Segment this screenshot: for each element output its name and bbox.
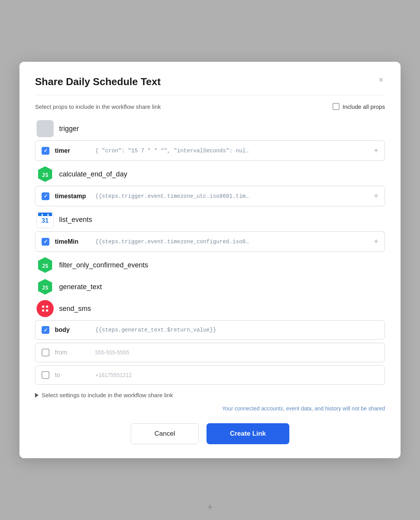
- create-link-button[interactable]: Create Link: [206, 423, 289, 444]
- svg-rect-6: [42, 214, 43, 216]
- prop-value-from: 555-555-5555: [95, 349, 378, 356]
- footer-buttons: Cancel Create Link: [35, 423, 385, 444]
- svg-point-14: [46, 305, 48, 308]
- prop-value-timer: { "cron": "15 7 * * *", "intervalSeconds…: [95, 148, 365, 154]
- step-filter-name: filter_only_confirmed_events: [59, 261, 148, 269]
- calculate-icon: JS: [37, 166, 54, 183]
- step-send-sms-header: send_sms: [35, 300, 385, 317]
- step-trigger-name: trigger: [59, 125, 79, 133]
- settings-text: Select settings to include in the workfl…: [42, 392, 173, 398]
- prop-plus-timestamp[interactable]: +: [374, 192, 378, 201]
- prop-row-timemin[interactable]: ✓ timeMin {{steps.trigger.event.timezone…: [35, 231, 385, 252]
- step-calculate-name: calculate_end_of_day: [59, 170, 127, 178]
- prop-value-to: +16175551212: [95, 372, 378, 378]
- prop-name-timer: timer: [55, 147, 90, 154]
- prop-checkbox-timemin[interactable]: ✓: [42, 238, 49, 246]
- prop-value-timestamp: {{steps.trigger.event.timezone_utc.iso86…: [95, 193, 365, 199]
- prop-value-body: {{steps.generate_text.$return_value}}: [95, 327, 378, 333]
- settings-row[interactable]: Select settings to include in the workfl…: [35, 392, 385, 398]
- prop-row-to[interactable]: to +16175551212: [35, 365, 385, 385]
- step-generate-name: generate_text: [59, 283, 102, 291]
- step-calculate-header: JS calculate_end_of_day: [35, 166, 385, 183]
- modal-title: Share Daily Schedule Text: [35, 76, 161, 88]
- checkmark-timemin: ✓: [44, 239, 48, 244]
- subheader-row: Select props to include in the workflow …: [35, 103, 385, 110]
- generate-icon: JS: [37, 278, 54, 295]
- prop-checkbox-from[interactable]: [42, 349, 49, 356]
- svg-rect-4: [38, 215, 52, 216]
- svg-text:31: 31: [42, 217, 49, 224]
- prop-row-from[interactable]: from 555-555-5555: [35, 343, 385, 362]
- svg-text:JS: JS: [42, 284, 49, 291]
- prop-name-timemin: timeMin: [55, 238, 90, 245]
- step-generate-header: JS generate_text: [35, 278, 385, 295]
- step-list-events: 31 list_events ✓ timeMin {{steps.trigger…: [35, 211, 385, 252]
- info-text: Your connected accounts, event data, and…: [35, 405, 385, 412]
- step-filter: JS filter_only_confirmed_events: [35, 257, 385, 274]
- svg-point-16: [46, 309, 48, 312]
- prop-plus-timemin[interactable]: +: [374, 237, 378, 246]
- svg-point-13: [42, 305, 44, 308]
- step-generate: JS generate_text: [35, 278, 385, 295]
- prop-checkbox-timer[interactable]: ✓: [42, 147, 49, 155]
- prop-row-timestamp[interactable]: ✓ timestamp {{steps.trigger.event.timezo…: [35, 186, 385, 206]
- close-button[interactable]: ×: [377, 76, 385, 84]
- send-sms-icon: [37, 300, 54, 317]
- trigger-icon: [37, 120, 54, 137]
- prop-name-from: from: [55, 349, 90, 356]
- step-send-sms-name: send_sms: [59, 305, 91, 313]
- list-events-icon: 31: [37, 211, 54, 228]
- step-filter-header: JS filter_only_confirmed_events: [35, 257, 385, 274]
- modal-header: Share Daily Schedule Text ×: [35, 76, 385, 88]
- step-trigger: trigger ✓ timer { "cron": "15 7 * * *", …: [35, 120, 385, 161]
- svg-point-12: [40, 304, 50, 314]
- prop-name-timestamp: timestamp: [55, 193, 90, 200]
- header-divider: [35, 95, 385, 95]
- svg-rect-7: [47, 214, 49, 216]
- prop-row-body[interactable]: ✓ body {{steps.generate_text.$return_val…: [35, 320, 385, 340]
- step-trigger-header: trigger: [35, 120, 385, 137]
- step-send-sms: send_sms ✓ body {{steps.generate_text.$r…: [35, 300, 385, 385]
- include-all-checkbox[interactable]: [332, 103, 340, 110]
- prop-checkbox-timestamp[interactable]: ✓: [42, 192, 49, 200]
- svg-text:JS: JS: [42, 172, 49, 178]
- include-all-row[interactable]: Include all props: [332, 103, 385, 110]
- modal: Share Daily Schedule Text × Select props…: [19, 62, 401, 458]
- step-list-events-header: 31 list_events: [35, 211, 385, 228]
- cancel-button[interactable]: Cancel: [131, 423, 199, 444]
- checkmark-timer: ✓: [44, 148, 48, 154]
- prop-checkbox-body[interactable]: ✓: [42, 326, 49, 334]
- settings-triangle-icon: [35, 393, 38, 398]
- step-list-events-name: list_events: [59, 216, 92, 224]
- checkmark-timestamp: ✓: [44, 193, 48, 199]
- step-calculate: JS calculate_end_of_day ✓ timestamp {{st…: [35, 166, 385, 206]
- prop-value-timemin: {{steps.trigger.event.timezone_configure…: [95, 239, 365, 245]
- prop-plus-timer[interactable]: +: [374, 146, 378, 155]
- svg-point-15: [42, 309, 44, 312]
- svg-text:JS: JS: [42, 263, 49, 269]
- prop-name-to: to: [55, 372, 90, 379]
- checkmark-body: ✓: [44, 327, 48, 333]
- filter-icon: JS: [37, 257, 54, 274]
- modal-overlay: Share Daily Schedule Text × Select props…: [0, 0, 420, 520]
- prop-name-body: body: [55, 326, 90, 333]
- subheader-text: Select props to include in the workflow …: [35, 103, 161, 110]
- bottom-plus-icon[interactable]: +: [207, 501, 213, 513]
- prop-row-timer[interactable]: ✓ timer { "cron": "15 7 * * *", "interva…: [35, 140, 385, 161]
- include-all-label: Include all props: [343, 103, 385, 110]
- prop-checkbox-to[interactable]: [42, 371, 49, 379]
